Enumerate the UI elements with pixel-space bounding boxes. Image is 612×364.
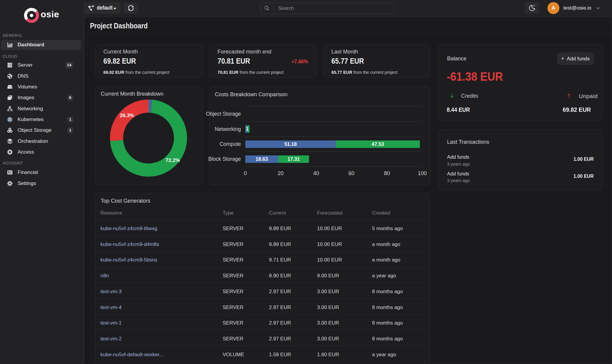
svg-text:72.2%: 72.2% — [166, 157, 180, 163]
svg-text:26.3%: 26.3% — [120, 113, 134, 118]
